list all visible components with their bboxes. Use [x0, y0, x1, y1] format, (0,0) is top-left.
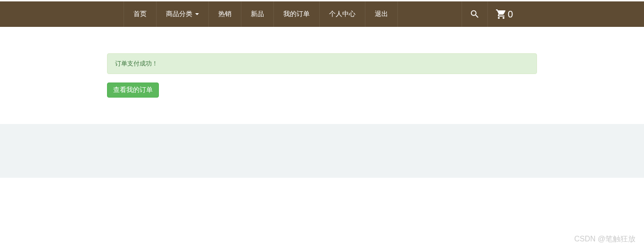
alert-message: 订单支付成功！ — [115, 60, 158, 67]
search-button[interactable] — [462, 1, 487, 27]
cart-icon — [495, 8, 507, 20]
nav-logout-label: 退出 — [375, 10, 388, 18]
success-alert: 订单支付成功！ — [107, 53, 537, 74]
nav-profile[interactable]: 个人中心 — [320, 1, 365, 27]
cart-button[interactable]: 0 — [487, 1, 520, 27]
nav-orders[interactable]: 我的订单 — [274, 1, 320, 27]
nav-hot[interactable]: 热销 — [209, 1, 241, 27]
nav-logout[interactable]: 退出 — [365, 1, 398, 27]
navbar: 首页 商品分类 热销 新品 我的订单 个人中心 退出 0 — [0, 1, 644, 27]
chevron-down-icon — [195, 13, 199, 15]
nav-orders-label: 我的订单 — [283, 10, 310, 18]
view-orders-label: 查看我的订单 — [113, 86, 153, 93]
nav-new-label: 新品 — [251, 10, 264, 18]
nav-hot-label: 热销 — [218, 10, 231, 18]
nav-home[interactable]: 首页 — [124, 1, 157, 27]
cart-count: 0 — [508, 9, 513, 20]
nav-home-label: 首页 — [133, 10, 147, 18]
view-orders-button[interactable]: 查看我的订单 — [107, 83, 159, 98]
main-container: 订单支付成功！ 查看我的订单 — [107, 27, 537, 98]
search-icon — [470, 9, 480, 19]
nav-category[interactable]: 商品分类 — [157, 1, 209, 27]
nav-profile-label: 个人中心 — [329, 10, 355, 18]
footer-band — [0, 124, 644, 178]
nav-right: 0 — [462, 1, 644, 27]
nav-left: 首页 商品分类 热销 新品 我的订单 个人中心 退出 — [124, 1, 398, 27]
nav-new[interactable]: 新品 — [241, 1, 274, 27]
nav-category-label: 商品分类 — [166, 10, 192, 18]
